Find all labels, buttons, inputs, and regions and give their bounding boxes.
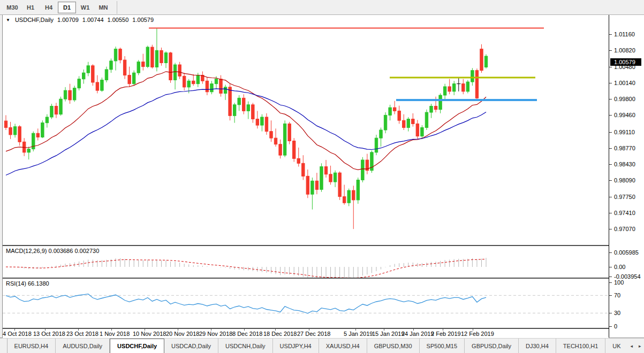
candle: [137, 60, 140, 75]
candle: [412, 113, 414, 127]
candle: [9, 122, 12, 139]
candle: [380, 128, 382, 147]
tab-usdcnh-daily[interactable]: USDCNH,Daily: [218, 339, 273, 353]
price-tick-dash: [609, 50, 612, 51]
tab-usdchf-daily[interactable]: USDCHF,Daily: [110, 339, 164, 353]
timeframe-mn[interactable]: MN: [94, 2, 112, 13]
collapse-arrow-icon[interactable]: ▼: [6, 18, 10, 22]
price-tick-label: 0.98090: [614, 177, 635, 183]
price-tick-dash: [609, 164, 612, 165]
time-axis-label: 13 Oct 2018: [33, 331, 65, 337]
price-pane[interactable]: ▼USDCHF,Daily1.007091.007441.005501.0057…: [3, 15, 609, 245]
candlestick-plot[interactable]: [3, 15, 609, 245]
candle: [324, 160, 327, 178]
price-tick-dash: [609, 132, 612, 133]
candle: [288, 122, 291, 144]
candle: [306, 170, 309, 198]
candle: [361, 157, 364, 182]
tab-tech100-h1[interactable]: TECH100,H1: [556, 339, 605, 353]
candle: [219, 75, 222, 97]
timeframe-h4[interactable]: H4: [40, 2, 58, 13]
tab-usdcad-daily[interactable]: USDCAD,Daily: [164, 339, 218, 353]
candle: [238, 95, 240, 111]
tab-eurusd-h4[interactable]: EURUSD,H4: [7, 339, 56, 353]
tab-sp500-m15[interactable]: SP500,M15: [420, 339, 465, 353]
timeframe-d1[interactable]: D1: [58, 2, 76, 13]
time-axis-label: 20 Nov 2018: [166, 331, 199, 337]
tab-gbpusd-m30[interactable]: GBPUSD,M30: [367, 339, 420, 353]
time-axis[interactable]: 4 Oct 201813 Oct 201823 Oct 20181 Nov 20…: [3, 328, 609, 338]
candle: [398, 106, 400, 124]
candle: [261, 114, 263, 132]
candle: [133, 71, 135, 86]
candle: [201, 71, 204, 83]
time-axis-label: 23 Oct 2018: [66, 331, 99, 337]
price-tick-dash: [609, 213, 612, 213]
macd-signal-line: [6, 259, 486, 278]
candle: [105, 67, 108, 82]
timeframe-m30[interactable]: M30: [3, 2, 21, 13]
time-axis-label: 2 Feb 2019: [431, 331, 461, 337]
price-tick-label: 0.99460: [614, 112, 635, 118]
price-tick-dash: [609, 148, 612, 149]
chart-window: ▼USDCHF,Daily1.007091.007441.005501.0057…: [0, 15, 644, 338]
candle: [484, 54, 487, 68]
candle: [370, 150, 373, 173]
time-axis-label: 12 Feb 2019: [461, 331, 494, 337]
candle: [329, 166, 332, 185]
tab-xauusd-h4[interactable]: XAUUSD,H4: [319, 339, 367, 353]
timeframe-toolbar: M30H1H4D1W1MN: [0, 0, 644, 15]
ma-slow-line: [6, 89, 486, 175]
time-axis-label: 4 Oct 2018: [3, 331, 32, 337]
candle: [27, 147, 30, 159]
candle: [210, 81, 213, 94]
candle: [183, 73, 185, 90]
time-axis-label: 1 Nov 2018: [100, 331, 130, 337]
rsi-tick-dash: [609, 313, 612, 313]
tab-gbpusd-daily[interactable]: GBPUSD,Daily: [465, 339, 519, 353]
timeframe-w1[interactable]: W1: [76, 2, 94, 13]
tab-usdjpy-h4[interactable]: USDJPY,H4: [273, 339, 319, 353]
tab-audusd-daily[interactable]: AUDUSD,Daily: [56, 339, 110, 353]
tabs-scroll-right-icon[interactable]: ▸: [636, 339, 644, 353]
macd-tick-label: 0.005985: [614, 249, 639, 256]
candle: [384, 112, 387, 133]
price-tick-dash: [609, 229, 612, 229]
macd-label: MACD(12,26,9) 0.003686 0.002730: [6, 248, 99, 254]
timeframe-h1[interactable]: H1: [21, 2, 40, 13]
macd-pane[interactable]: MACD(12,26,9) 0.003686 0.002730: [3, 246, 609, 278]
rsi-plot[interactable]: [3, 279, 609, 328]
candle: [274, 128, 277, 147]
toolbar-separator: [117, 1, 117, 14]
tabs-scroll-left-icon[interactable]: ◂: [627, 339, 635, 353]
candle: [334, 171, 336, 187]
plot-column: ▼USDCHF,Daily1.007091.007441.005501.0057…: [3, 15, 609, 337]
candle: [462, 79, 465, 94]
candle: [293, 138, 296, 162]
candle: [457, 77, 460, 91]
candle: [18, 125, 21, 145]
candle: [466, 80, 469, 94]
chart-tab-bar: EURUSD,H4AUDUSD,DailyUSDCHF,DailyUSDCAD,…: [0, 338, 644, 353]
candle: [32, 132, 35, 151]
candle: [169, 52, 172, 83]
candle: [252, 103, 254, 122]
candle: [366, 154, 368, 174]
rsi-pane[interactable]: RSI(14) 66.1380: [3, 279, 609, 328]
candle: [229, 84, 231, 121]
candle: [73, 86, 75, 102]
tab-dj30-h4[interactable]: DJ30,H4: [519, 339, 556, 353]
candle: [224, 85, 226, 99]
candle: [101, 78, 103, 92]
time-axis-label: 27 Dec 2018: [297, 331, 330, 337]
candle: [247, 102, 249, 119]
candle: [311, 178, 314, 210]
candle: [142, 54, 145, 71]
price-axis[interactable]: 1.00579 1.011601.008201.004801.001400.99…: [609, 15, 643, 337]
candle: [233, 103, 236, 122]
candle: [425, 110, 428, 130]
candle: [443, 84, 446, 99]
tab-uk[interactable]: UK: [605, 339, 627, 353]
macd-tick-dash: [609, 267, 612, 267]
candle: [302, 155, 305, 180]
